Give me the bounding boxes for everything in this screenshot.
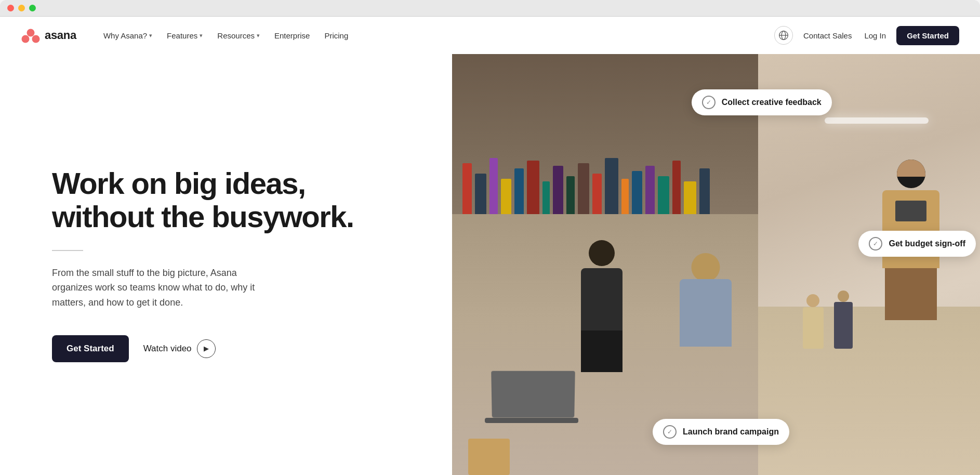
hero-image-left (452, 54, 779, 475)
task-card-budget-signoff: ✓ Get budget sign-off (858, 231, 976, 257)
hero-section: Work on big ideas, without the busywork.… (0, 54, 980, 475)
get-started-button[interactable]: Get Started (52, 335, 129, 362)
hero-left: Work on big ideas, without the busywork.… (0, 54, 452, 475)
hero-cta: Get Started Watch video ▶ (52, 335, 410, 362)
chevron-down-icon: ▾ (200, 32, 203, 39)
nav-item-enterprise[interactable]: Enterprise (268, 27, 316, 44)
minimize-dot[interactable] (18, 5, 25, 11)
globe-icon (778, 30, 789, 41)
task-card-text: Launch brand campaign (683, 427, 779, 437)
brand-name: asana (45, 29, 76, 42)
window-chrome (0, 0, 980, 17)
watch-video-button[interactable]: Watch video ▶ (143, 339, 216, 358)
nav-item-resources[interactable]: Resources ▾ (211, 27, 266, 44)
svg-point-0 (27, 29, 35, 37)
page: asana Why Asana? ▾ Features ▾ Resources … (0, 17, 980, 475)
chevron-down-icon: ▾ (257, 32, 260, 39)
check-icon: ✓ (663, 425, 677, 439)
asana-logo-svg (21, 28, 41, 43)
nav-item-features[interactable]: Features ▾ (161, 27, 209, 44)
play-icon: ▶ (197, 339, 216, 358)
login-link[interactable]: Log In (862, 27, 888, 44)
svg-point-1 (22, 35, 30, 43)
close-dot[interactable] (7, 5, 14, 11)
check-icon: ✓ (869, 237, 882, 250)
task-card-collect-feedback: ✓ Collect creative feedback (692, 89, 832, 115)
hero-divider (52, 250, 83, 251)
nav-item-pricing[interactable]: Pricing (318, 27, 354, 44)
hero-right: ✓ Collect creative feedback ✓ Get budget… (452, 54, 980, 475)
hero-image-right (758, 54, 980, 475)
nav-get-started-button[interactable]: Get Started (896, 26, 959, 45)
hero-subtext: From the small stuff to the big picture,… (52, 266, 270, 310)
check-icon: ✓ (702, 96, 716, 109)
navbar: asana Why Asana? ▾ Features ▾ Resources … (0, 17, 980, 54)
task-card-text: Collect creative feedback (722, 98, 822, 107)
chevron-down-icon: ▾ (149, 32, 152, 39)
logo-icon (21, 28, 41, 43)
nav-item-why-asana[interactable]: Why Asana? ▾ (97, 27, 158, 44)
nav-links: Why Asana? ▾ Features ▾ Resources ▾ Ente… (97, 27, 774, 44)
task-card-text: Get budget sign-off (889, 239, 965, 248)
task-card-launch-campaign: ✓ Launch brand campaign (653, 419, 789, 445)
contact-sales-link[interactable]: Contact Sales (801, 27, 854, 44)
watch-video-label: Watch video (143, 344, 192, 354)
hero-headline: Work on big ideas, without the busywork. (52, 167, 410, 233)
svg-point-2 (32, 35, 40, 43)
maximize-dot[interactable] (29, 5, 36, 11)
language-selector[interactable] (774, 26, 793, 45)
logo-link[interactable]: asana (21, 28, 76, 43)
nav-right: Contact Sales Log In Get Started (774, 26, 959, 45)
